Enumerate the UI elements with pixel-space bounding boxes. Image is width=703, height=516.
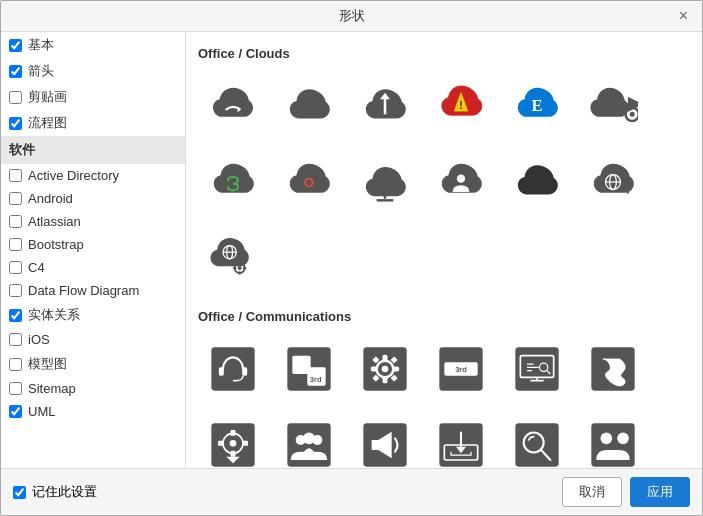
checkbox-entity[interactable]: [9, 309, 22, 322]
sidebar-label-model: 模型图: [28, 355, 67, 373]
apply-button[interactable]: 应用: [630, 477, 690, 507]
sidebar-item-dfd[interactable]: Data Flow Diagram: [1, 279, 185, 302]
cloud-warning-icon[interactable]: !: [426, 71, 496, 141]
comm-display-icon[interactable]: [502, 334, 572, 404]
cloud-sharepoint-icon[interactable]: [198, 147, 268, 217]
cloud-upload-icon[interactable]: [350, 147, 420, 217]
checkbox-c4[interactable]: [9, 261, 22, 274]
cloud-dark-icon[interactable]: [502, 147, 572, 217]
svg-rect-17: [233, 267, 236, 269]
checkbox-flowchart[interactable]: [9, 117, 22, 130]
svg-rect-29: [383, 355, 388, 362]
svg-point-62: [601, 433, 613, 445]
svg-rect-21: [242, 367, 247, 375]
svg-rect-48: [231, 451, 236, 457]
sidebar-label-sitemap: Sitemap: [28, 381, 76, 396]
comm-inbox-icon[interactable]: [426, 410, 496, 468]
cloud-office365-icon[interactable]: O: [274, 147, 344, 217]
cloud-icon-2[interactable]: [274, 71, 344, 141]
remember-checkbox[interactable]: [13, 486, 26, 499]
cloud-gear-below-icon[interactable]: [198, 223, 268, 293]
sidebar-item-basic[interactable]: 基本: [1, 32, 185, 58]
cloud-exchange-icon[interactable]: E: [502, 71, 572, 141]
cloud-globe-icon[interactable]: [578, 147, 648, 217]
checkbox-active-directory[interactable]: [9, 169, 22, 182]
cloud-icon-1[interactable]: [198, 71, 268, 141]
cloud-person-icon[interactable]: [426, 147, 496, 217]
sidebar-category-software: 软件: [1, 136, 185, 164]
cloud-gear-icon[interactable]: [578, 71, 648, 141]
comm-pair-icon[interactable]: [578, 410, 648, 468]
svg-rect-32: [393, 367, 400, 372]
comm-gear-icon[interactable]: [350, 334, 420, 404]
comm-headset-icon[interactable]: [198, 334, 268, 404]
svg-rect-15: [239, 261, 241, 264]
cancel-button[interactable]: 取消: [562, 477, 622, 507]
svg-point-54: [303, 433, 315, 445]
content-area: Office / Clouds: [186, 32, 702, 468]
svg-rect-51: [287, 423, 330, 466]
checkbox-atlassian[interactable]: [9, 215, 22, 228]
checkbox-android[interactable]: [9, 192, 22, 205]
sidebar-item-c4[interactable]: C4: [1, 256, 185, 279]
sidebar-item-entity[interactable]: 实体关系: [1, 302, 185, 328]
sidebar-label-uml: UML: [28, 404, 55, 419]
checkbox-arrows[interactable]: [9, 65, 22, 78]
sidebar-category-label: 软件: [9, 141, 35, 159]
sidebar: 基本 箭头 剪贴画 流程图 软件 Ac: [1, 32, 186, 468]
checkbox-bootstrap[interactable]: [9, 238, 22, 251]
comm-group-icon[interactable]: [274, 410, 344, 468]
svg-text:3rd: 3rd: [455, 365, 467, 374]
checkbox-uml[interactable]: [9, 405, 22, 418]
sidebar-label-ios: iOS: [28, 332, 50, 347]
sidebar-label-clipart: 剪贴画: [28, 88, 67, 106]
checkbox-sitemap[interactable]: [9, 382, 22, 395]
sidebar-label-android: Android: [28, 191, 73, 206]
sidebar-item-flowchart[interactable]: 流程图: [1, 110, 185, 136]
comm-search-icon[interactable]: [502, 410, 572, 468]
svg-point-8: [457, 175, 465, 183]
svg-rect-31: [371, 367, 378, 372]
dialog-body: 基本 箭头 剪贴画 流程图 软件 Ac: [1, 32, 702, 468]
sidebar-label-basic: 基本: [28, 36, 54, 54]
sidebar-label-arrows: 箭头: [28, 62, 54, 80]
svg-rect-20: [219, 367, 224, 375]
close-button[interactable]: ×: [675, 6, 692, 26]
sidebar-item-arrows[interactable]: 箭头: [1, 58, 185, 84]
svg-rect-47: [231, 430, 236, 436]
section-comms-title: Office / Communications: [198, 309, 690, 324]
svg-rect-59: [515, 423, 558, 466]
sidebar-item-ios[interactable]: iOS: [1, 328, 185, 351]
checkbox-ios[interactable]: [9, 333, 22, 346]
cloud-icon-3[interactable]: [350, 71, 420, 141]
svg-rect-19: [211, 347, 254, 390]
sidebar-item-active-directory[interactable]: Active Directory: [1, 164, 185, 187]
checkbox-model[interactable]: [9, 358, 22, 371]
sidebar-item-bootstrap[interactable]: Bootstrap: [1, 233, 185, 256]
svg-text:!: !: [459, 98, 463, 111]
sidebar-item-android[interactable]: Android: [1, 187, 185, 210]
icon-grid-clouds: ! E: [198, 71, 690, 293]
svg-text:O: O: [304, 175, 314, 190]
comm-3rd-tag-icon[interactable]: 3rd: [426, 334, 496, 404]
svg-rect-61: [591, 423, 634, 466]
sidebar-label-atlassian: Atlassian: [28, 214, 81, 229]
icon-grid-comms: 3rd: [198, 334, 690, 468]
checkbox-clipart[interactable]: [9, 91, 22, 104]
checkbox-basic[interactable]: [9, 39, 22, 52]
remember-label: 记住此设置: [32, 483, 97, 501]
sidebar-item-clipart[interactable]: 剪贴画: [1, 84, 185, 110]
svg-point-46: [230, 440, 237, 447]
checkbox-dfd[interactable]: [9, 284, 22, 297]
comm-3rd-icon[interactable]: 3rd: [274, 334, 344, 404]
sidebar-item-uml[interactable]: UML: [1, 400, 185, 423]
sidebar-item-model[interactable]: 模型图: [1, 351, 185, 377]
svg-rect-50: [242, 441, 248, 446]
comm-megaphone-icon[interactable]: [350, 410, 420, 468]
comm-gear-globe-icon[interactable]: [198, 410, 268, 468]
svg-text:3rd: 3rd: [310, 375, 322, 384]
sidebar-item-sitemap[interactable]: Sitemap: [1, 377, 185, 400]
sidebar-item-atlassian[interactable]: Atlassian: [1, 210, 185, 233]
sidebar-label-active-directory: Active Directory: [28, 168, 119, 183]
comm-phone-icon[interactable]: [578, 334, 648, 404]
